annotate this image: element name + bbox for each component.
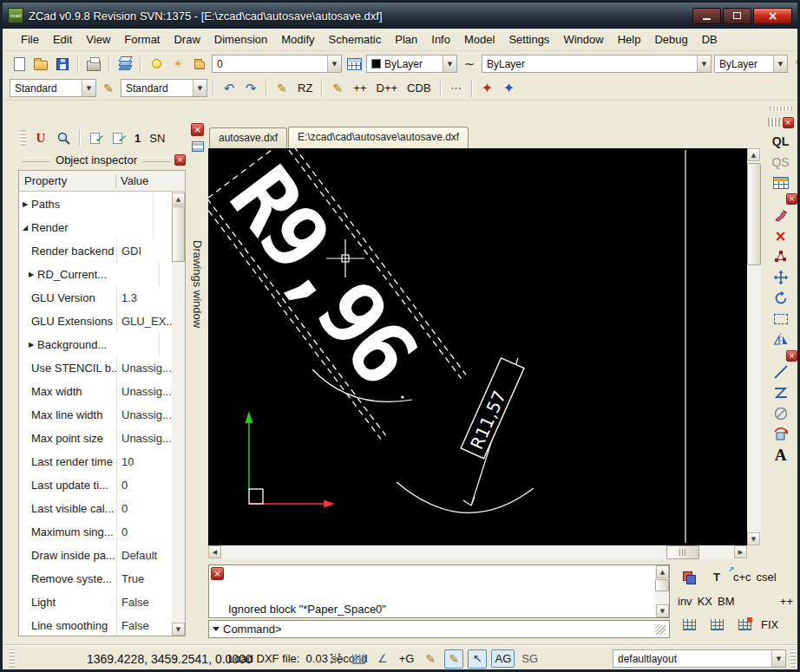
- menu-info[interactable]: Info: [424, 30, 457, 49]
- scroll-up-button[interactable]: [172, 192, 185, 206]
- undo-button[interactable]: [220, 79, 239, 98]
- menu-dimension[interactable]: Dimension: [207, 30, 274, 49]
- menu-edit[interactable]: Edit: [46, 30, 79, 49]
- polar-toggle[interactable]: [373, 649, 392, 669]
- titlebar[interactable]: zcad ZCad v0.9.8 Revision SVN:1375 - [E:…: [3, 3, 797, 29]
- maximize-button[interactable]: [723, 8, 751, 24]
- save-file-button[interactable]: [53, 55, 72, 74]
- menu-debug[interactable]: Debug: [647, 30, 694, 49]
- property-value[interactable]: [153, 216, 172, 239]
- property-value[interactable]: [153, 192, 172, 216]
- table-row[interactable]: Draw inside pa...Default: [19, 544, 172, 567]
- property-value[interactable]: False: [116, 590, 172, 614]
- menu-plan[interactable]: Plan: [388, 30, 424, 49]
- table-row[interactable]: LightFalse: [19, 590, 172, 614]
- statusbar-grip[interactable]: [790, 649, 796, 668]
- menu-view[interactable]: View: [79, 30, 117, 49]
- tab-fullpath[interactable]: E:\zcad\cad\autosave\autosave.dxf: [288, 127, 469, 148]
- open-file-button[interactable]: [31, 55, 50, 74]
- drawings-window-label[interactable]: Drawings window: [191, 240, 204, 328]
- scroll-down-button[interactable]: [747, 532, 760, 545]
- inspector-close-button[interactable]: [174, 154, 186, 166]
- polyline-tool-button[interactable]: [770, 382, 792, 403]
- command-input-row[interactable]: Command>: [208, 620, 670, 638]
- scroll-up-button[interactable]: [747, 148, 760, 161]
- chevron-down-icon[interactable]: ▼: [82, 80, 95, 96]
- delete-button[interactable]: [770, 225, 792, 246]
- draw-mode-icon[interactable]: [272, 79, 292, 98]
- drawing-canvas[interactable]: R9,96 R11,57: [208, 148, 747, 545]
- property-value[interactable]: GDI: [116, 239, 172, 263]
- chevron-down-icon[interactable]: ▼: [443, 55, 456, 72]
- table-row[interactable]: Line smoothingFalse: [19, 614, 172, 636]
- qs-button[interactable]: QS: [770, 152, 792, 173]
- ucs-icon[interactable]: U: [31, 128, 50, 147]
- toolbar-grip[interactable]: [770, 107, 792, 111]
- table-row[interactable]: GLU Version1.3: [19, 286, 172, 310]
- line-tool-button[interactable]: [770, 362, 792, 382]
- dim-style-select[interactable]: Standard ▼: [121, 79, 207, 97]
- block-insert-button[interactable]: [770, 173, 792, 193]
- otrack-toggle[interactable]: [468, 649, 487, 669]
- toolbar-close-button[interactable]: [786, 350, 797, 362]
- chevron-down-icon[interactable]: ▼: [771, 650, 785, 667]
- console-close-button[interactable]: [211, 567, 224, 580]
- rtree-button[interactable]: [447, 79, 466, 98]
- text-style-button[interactable]: [790, 55, 800, 74]
- expand-arrow[interactable]: ▶: [19, 341, 37, 349]
- edit-mode-icon[interactable]: [328, 79, 347, 98]
- scroll-left-button[interactable]: [208, 545, 221, 558]
- print-button[interactable]: [84, 55, 103, 74]
- panel-grip[interactable]: [142, 157, 171, 162]
- property-value[interactable]: Unassig...: [116, 403, 172, 427]
- layers-button[interactable]: [115, 55, 134, 74]
- table-row[interactable]: Last visible cal...0: [19, 497, 172, 520]
- rotate-button[interactable]: [770, 288, 792, 309]
- table-row[interactable]: ▶Paths: [19, 192, 172, 216]
- drawings-close-button[interactable]: [191, 123, 204, 136]
- toolbar-grip[interactable]: [21, 130, 26, 146]
- plusplus-button[interactable]: ++: [780, 595, 793, 608]
- table-row[interactable]: Remove syste...True: [19, 567, 172, 590]
- scrollbar-thumb[interactable]: [655, 579, 669, 591]
- move-button[interactable]: [770, 267, 792, 288]
- fix-button[interactable]: FIX: [761, 618, 778, 631]
- sg-toggle[interactable]: SG: [519, 650, 541, 667]
- dimension-r1157[interactable]: R11,57: [461, 358, 524, 459]
- osnap-toggle[interactable]: [444, 649, 463, 669]
- c-plus-c-button[interactable]: c+c: [733, 571, 751, 584]
- scroll-up-button[interactable]: [656, 565, 669, 578]
- redo-button[interactable]: [241, 79, 260, 98]
- property-value[interactable]: [159, 263, 172, 286]
- menu-help[interactable]: Help: [611, 30, 648, 49]
- ql-button[interactable]: QL: [770, 131, 792, 152]
- text-move-icon[interactable]: T: [705, 567, 728, 588]
- property-value[interactable]: 0: [116, 473, 172, 497]
- menu-model[interactable]: Model: [457, 30, 502, 49]
- text-tool-button[interactable]: A: [770, 445, 792, 466]
- inspector-titlebar[interactable]: Object inspector: [18, 151, 186, 168]
- close-button[interactable]: ×: [753, 8, 792, 24]
- property-value[interactable]: [159, 333, 172, 356]
- validate-icon-2[interactable]: [109, 128, 128, 147]
- chevron-down-icon[interactable]: ▼: [327, 55, 341, 72]
- menu-schematic[interactable]: Schematic: [322, 30, 389, 49]
- command-history-dropdown-icon[interactable]: [213, 627, 220, 631]
- table-row[interactable]: Max line widthUnassig...: [19, 403, 172, 427]
- table-row[interactable]: Render backendGDI: [19, 239, 172, 263]
- chevron-down-icon[interactable]: ▼: [697, 55, 711, 72]
- menu-modify[interactable]: Modify: [274, 30, 321, 49]
- menu-settings[interactable]: Settings: [502, 30, 556, 49]
- property-value[interactable]: Unassig...: [116, 427, 172, 450]
- scroll-down-button[interactable]: [656, 604, 669, 617]
- toolbar-close-button[interactable]: [786, 193, 797, 205]
- table-row[interactable]: ▶RD_Current...: [19, 263, 172, 286]
- kx-button[interactable]: KX: [698, 595, 712, 608]
- command-input[interactable]: [285, 621, 652, 637]
- blue-block-button[interactable]: [500, 79, 519, 98]
- table-row[interactable]: Last update ti...0: [19, 473, 172, 497]
- property-value[interactable]: False: [116, 614, 172, 636]
- plus-plus-button[interactable]: ++: [350, 79, 370, 98]
- linetype-select[interactable]: ByLayer ▼: [482, 55, 711, 73]
- style-edit-icon[interactable]: [99, 79, 118, 98]
